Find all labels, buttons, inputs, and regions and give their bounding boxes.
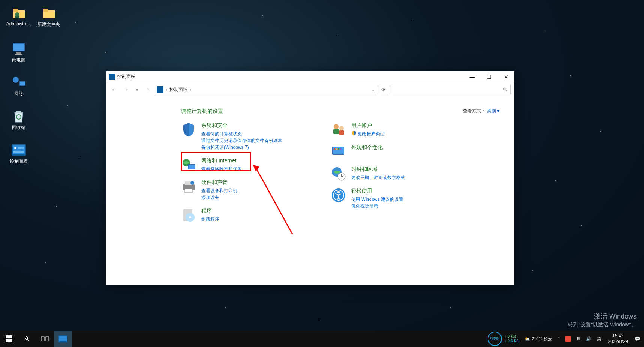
category-link[interactable]: 查看你的计算机状态	[201, 130, 309, 137]
svg-point-46	[337, 191, 340, 193]
category-title[interactable]: 程序	[201, 208, 309, 214]
refresh-button[interactable]: ⟳	[379, 85, 388, 94]
task-view-button[interactable]	[36, 331, 54, 347]
start-button[interactable]	[0, 331, 18, 347]
taskbar-app-control-panel[interactable]	[54, 331, 72, 347]
address-dropdown-icon[interactable]: ⌄	[371, 88, 374, 92]
category-title[interactable]: 网络和 Internet	[201, 157, 309, 164]
category-link[interactable]: 更改帐户类型	[351, 130, 458, 138]
folder-icon	[36, 6, 62, 21]
svg-rect-33	[339, 130, 344, 135]
control-panel-icon	[157, 86, 163, 93]
category-link[interactable]: 更改日期、时间或数字格式	[351, 174, 458, 181]
network-speed[interactable]: ↑ 0 K/s ↓ 0.3 K/s	[503, 334, 522, 343]
pc-icon	[6, 41, 32, 56]
icon-label: Administra...	[6, 21, 31, 27]
svg-point-32	[339, 126, 344, 130]
desktop-icon-new-folder[interactable]: 新建文件夹	[36, 6, 62, 28]
desktop-icon-control-panel[interactable]: 控制面板	[6, 142, 32, 165]
minimize-button[interactable]: —	[464, 71, 481, 82]
category-title[interactable]: 外观和个性化	[351, 144, 458, 151]
user-folder-icon	[6, 6, 32, 21]
category-link[interactable]: 查看设备和打印机	[201, 187, 309, 194]
search-icon: 🔍︎	[503, 87, 508, 93]
svg-rect-56	[59, 336, 67, 341]
svg-rect-54	[46, 337, 49, 341]
svg-rect-51	[6, 339, 9, 342]
weather-icon: ⛅	[524, 336, 530, 341]
category-link[interactable]: 卸载程序	[201, 216, 309, 223]
desktop-icon-recycle-bin[interactable]: 回收站	[6, 109, 32, 131]
search-input[interactable]: 🔍︎	[391, 85, 511, 94]
category-hardware-sound: 硬件和声音 查看设备和打印机 添加设备	[181, 179, 309, 201]
icon-label: 回收站	[12, 125, 25, 130]
svg-point-30	[334, 124, 339, 129]
svg-rect-31	[333, 129, 339, 134]
control-panel-icon	[6, 142, 32, 157]
category-title[interactable]: 用户帐户	[351, 122, 458, 129]
svg-rect-1	[13, 9, 18, 12]
disc-box-icon	[181, 208, 196, 223]
search-button[interactable]: 🔍︎	[18, 331, 36, 347]
back-button[interactable]: ←	[110, 85, 119, 94]
desktop-icon-network[interactable]: 网络	[6, 75, 32, 97]
svg-rect-38	[338, 148, 339, 150]
forward-button[interactable]: →	[121, 85, 130, 94]
view-by-dropdown[interactable]: 类别 ▾	[487, 108, 499, 114]
network-gauge[interactable]: 93%	[488, 332, 502, 346]
window-title: 控制面板	[117, 73, 135, 80]
svg-rect-13	[16, 111, 21, 112]
category-user-accounts: 用户帐户 更改帐户类型	[331, 122, 458, 138]
network-icon	[6, 75, 32, 90]
tray-icon[interactable]	[563, 331, 573, 347]
system-tray: 93% ↑ 0 K/s ↓ 0.3 K/s ⛅ 29°C 多云 ˄ 🖥 🔊 英 …	[488, 331, 644, 347]
network-tray-icon[interactable]: 🖥	[574, 331, 583, 347]
icon-label: 新建文件夹	[37, 22, 60, 27]
icon-label: 此电脑	[12, 57, 25, 63]
category-link[interactable]: 通过文件历史记录保存你的文件备份副本	[201, 137, 309, 144]
svg-point-26	[190, 181, 194, 185]
category-link[interactable]: 优化视觉显示	[351, 203, 458, 209]
desktop-icon-administrator[interactable]: Administra...	[6, 6, 32, 27]
category-link[interactable]: 使用 Windows 建议的设置	[351, 196, 458, 203]
svg-point-29	[189, 216, 191, 218]
clock[interactable]: 15:42 2022/8/29	[604, 333, 632, 344]
address-bar[interactable]: › 控制面板 › ⌄	[155, 85, 376, 94]
category-link[interactable]: 添加设备	[201, 194, 309, 201]
desktop-icon-this-pc[interactable]: 此电脑	[6, 41, 32, 63]
activation-watermark: 激活 Windows 转到"设置"以激活 Windows。	[568, 312, 637, 328]
category-title[interactable]: 时钟和区域	[351, 166, 458, 173]
category-link[interactable]: 备份和还原(Windows 7)	[201, 144, 309, 151]
monitor-palette-icon	[331, 144, 346, 159]
volume-tray-icon[interactable]: 🔊	[584, 331, 594, 347]
category-link[interactable]: 查看网络状态和任务	[201, 166, 309, 172]
action-center-button[interactable]: 💬	[632, 331, 643, 347]
svg-rect-8	[16, 52, 21, 54]
window-icon	[109, 74, 115, 80]
category-programs: 程序 卸载程序	[181, 208, 309, 223]
view-by-label: 查看方式：	[463, 108, 485, 114]
taskbar: 🔍︎ 93% ↑ 0 K/s ↓ 0.3 K/s ⛅ 29°C 多云 ˄ 🖥 🔊…	[0, 331, 644, 347]
up-button[interactable]: ↑	[144, 85, 153, 94]
maximize-button[interactable]: ☐	[481, 71, 497, 82]
svg-rect-36	[334, 148, 335, 150]
weather-text: 29°C 多云	[532, 336, 552, 342]
recycle-bin-icon	[6, 109, 32, 124]
close-button[interactable]: ✕	[497, 71, 514, 82]
titlebar[interactable]: 控制面板 — ☐ ✕	[106, 71, 514, 82]
svg-rect-49	[6, 335, 9, 338]
svg-rect-57	[565, 336, 571, 342]
view-by: 查看方式： 类别 ▾	[463, 108, 499, 114]
history-dropdown[interactable]: ▾	[132, 85, 141, 94]
category-title[interactable]: 系统和安全	[201, 122, 309, 129]
tray-overflow-button[interactable]: ˄	[555, 331, 562, 347]
weather-widget[interactable]: ⛅ 29°C 多云	[522, 331, 554, 347]
globe-monitor-icon	[181, 157, 196, 172]
svg-rect-37	[336, 148, 337, 150]
svg-rect-19	[13, 151, 24, 153]
ime-indicator[interactable]: 英	[595, 331, 604, 347]
category-title[interactable]: 轻松使用	[351, 188, 458, 194]
svg-rect-18	[18, 147, 24, 149]
svg-rect-39	[340, 148, 341, 150]
category-title[interactable]: 硬件和声音	[201, 179, 309, 186]
